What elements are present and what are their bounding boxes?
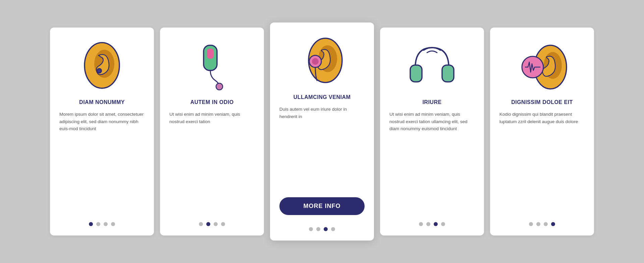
card-3-title: ULLAMCING VENIAM [293, 94, 351, 100]
card-4-text: Ut wisi enim ad minim veniam, quis nostr… [389, 111, 475, 215]
card-diam-nonummy: DIAM NONUMMY Morem ipsum dolor sit amet,… [50, 28, 154, 235]
dot[interactable] [96, 222, 100, 226]
dot[interactable] [544, 222, 548, 226]
card-iriure: IRIURE Ut wisi enim ad minim veniam, qui… [380, 28, 484, 235]
card-3-dots [309, 227, 335, 231]
dot[interactable] [331, 227, 335, 231]
ear-bud-icon [295, 33, 349, 86]
card-3-text: Duis autem vel eum iriure dolor in hendr… [279, 106, 365, 191]
dot[interactable] [309, 227, 313, 231]
card-2-text: Ut wisi enim ad minim veniam, quis nostr… [169, 111, 255, 215]
dot[interactable] [221, 222, 225, 226]
card-5-title: DIGNISSIM DOLOE EIT [511, 99, 573, 105]
card-ullamcing-veniam: ULLAMCING VENIAM Duis autem vel eum iriu… [270, 22, 374, 241]
card-2-title: AUTEM IN ODIO [190, 99, 233, 105]
headphones-icon [405, 38, 459, 91]
cards-container: DIAM NONUMMY Morem ipsum dolor sit amet,… [37, 9, 607, 254]
dot[interactable] [214, 222, 218, 226]
card-1-dots [89, 222, 115, 226]
card-5-dots [529, 222, 555, 226]
svg-point-6 [216, 83, 223, 90]
card-autem-in-odio: AUTEM IN ODIO Ut wisi enim ad minim veni… [160, 28, 264, 235]
dot[interactable] [419, 222, 423, 226]
card-dignissim: DIGNISSIM DOLOE EIT Kodio dignissim qui … [490, 28, 594, 235]
ear-icon [75, 38, 129, 91]
dot[interactable] [441, 222, 445, 226]
dot[interactable] [434, 222, 438, 226]
svg-point-10 [312, 58, 319, 65]
svg-rect-5 [207, 49, 214, 59]
card-1-title: DIAM NONUMMY [79, 99, 125, 105]
card-5-text: Kodio dignissim qui blandit praesent lup… [499, 111, 585, 215]
card-4-dots [419, 222, 445, 226]
dot[interactable] [536, 222, 540, 226]
svg-rect-12 [442, 65, 454, 82]
card-2-dots [199, 222, 225, 226]
dot[interactable] [551, 222, 555, 226]
ear-pulse-icon [515, 38, 569, 91]
svg-point-3 [98, 69, 101, 72]
card-1-text: Morem ipsum dolor sit amet, consectetuer… [59, 111, 145, 215]
dot[interactable] [316, 227, 320, 231]
dot[interactable] [89, 222, 93, 226]
dot[interactable] [426, 222, 430, 226]
dot[interactable] [529, 222, 533, 226]
dot[interactable] [111, 222, 115, 226]
dot[interactable] [199, 222, 203, 226]
svg-rect-11 [410, 65, 422, 82]
hearing-aid-icon [185, 38, 239, 91]
dot[interactable] [104, 222, 108, 226]
dot[interactable] [206, 222, 210, 226]
card-4-title: IRIURE [422, 99, 441, 105]
more-info-button[interactable]: MORE INFO [279, 197, 365, 215]
dot[interactable] [324, 227, 328, 231]
